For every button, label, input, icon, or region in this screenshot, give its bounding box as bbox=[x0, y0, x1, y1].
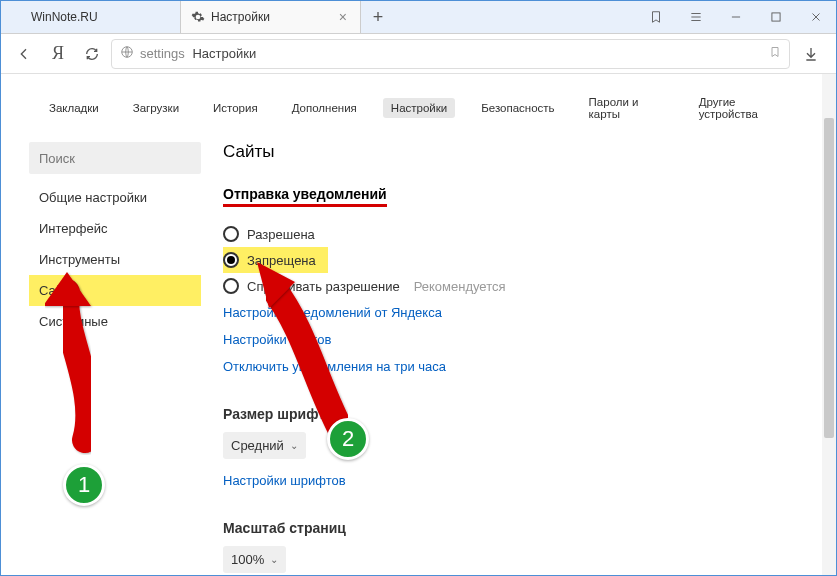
topnav-bookmarks[interactable]: Закладки bbox=[41, 98, 107, 118]
settings-sidebar: Поиск Общие настройки Интерфейс Инструме… bbox=[29, 142, 201, 573]
sidebar-item-sites[interactable]: Сайты bbox=[29, 275, 201, 306]
title-bar: WinNote.RU Настройки × + bbox=[1, 1, 836, 34]
font-title: Размер шрифта bbox=[223, 406, 792, 422]
menu-icon[interactable] bbox=[676, 1, 716, 34]
yandex-home-button[interactable]: Я bbox=[43, 39, 73, 69]
page-title: Сайты bbox=[223, 142, 792, 162]
zoom-select[interactable]: 100% ⌄ bbox=[223, 546, 286, 573]
sidebar-item-interface[interactable]: Интерфейс bbox=[29, 213, 201, 244]
topnav-settings[interactable]: Настройки bbox=[383, 98, 455, 118]
chevron-down-icon: ⌄ bbox=[290, 440, 298, 451]
browser-tab-winnote[interactable]: WinNote.RU bbox=[1, 1, 181, 33]
zoom-title: Масштаб страниц bbox=[223, 520, 792, 536]
window-actions bbox=[636, 1, 836, 33]
new-tab-button[interactable]: + bbox=[361, 1, 395, 33]
svg-rect-0 bbox=[772, 13, 780, 21]
notifications-title: Отправка уведомлений bbox=[223, 186, 387, 207]
radio-label: Запрещена bbox=[247, 253, 316, 268]
back-button[interactable] bbox=[9, 39, 39, 69]
settings-main: Сайты Отправка уведомлений Разрешена Зап… bbox=[223, 142, 808, 573]
link-disable-3h[interactable]: Отключить уведомления на три часа bbox=[223, 353, 792, 380]
link-font-settings[interactable]: Настройки шрифтов bbox=[223, 467, 792, 494]
reader-icon[interactable] bbox=[636, 1, 676, 34]
close-window-button[interactable] bbox=[796, 1, 836, 34]
chevron-down-icon: ⌄ bbox=[270, 554, 278, 565]
radio-icon bbox=[223, 252, 239, 268]
radio-label: Спрашивать разрешение bbox=[247, 279, 400, 294]
radio-ask[interactable]: Спрашивать разрешение Рекомендуется bbox=[223, 273, 792, 299]
browser-toolbar: Я settings Настройки bbox=[1, 34, 836, 74]
font-section: Размер шрифта Средний ⌄ Настройки шрифто… bbox=[223, 406, 792, 494]
link-site-settings[interactable]: Настройки сайтов bbox=[223, 326, 792, 353]
tab-title: WinNote.RU bbox=[31, 10, 98, 24]
vertical-scrollbar[interactable] bbox=[822, 74, 836, 575]
recommended-hint: Рекомендуется bbox=[414, 279, 506, 294]
sidebar-item-tools[interactable]: Инструменты bbox=[29, 244, 201, 275]
browser-tab-settings[interactable]: Настройки × bbox=[181, 1, 361, 33]
windows-icon bbox=[11, 10, 25, 24]
radio-icon bbox=[223, 278, 239, 294]
notifications-section: Отправка уведомлений Разрешена Запрещена… bbox=[223, 186, 792, 380]
select-value: 100% bbox=[231, 552, 264, 567]
scroll-thumb[interactable] bbox=[824, 118, 834, 438]
radio-allowed[interactable]: Разрешена bbox=[223, 221, 792, 247]
settings-search-input[interactable]: Поиск bbox=[29, 142, 201, 174]
reload-button[interactable] bbox=[77, 39, 107, 69]
topnav-history[interactable]: История bbox=[205, 98, 266, 118]
topnav-addons[interactable]: Дополнения bbox=[284, 98, 365, 118]
settings-top-nav: Закладки Загрузки История Дополнения Нас… bbox=[1, 74, 836, 142]
page-content: Закладки Загрузки История Дополнения Нас… bbox=[1, 74, 836, 575]
radio-icon bbox=[223, 226, 239, 242]
minimize-button[interactable] bbox=[716, 1, 756, 34]
zoom-section: Масштаб страниц 100% ⌄ bbox=[223, 520, 792, 573]
globe-icon bbox=[120, 45, 134, 62]
radio-label: Разрешена bbox=[247, 227, 315, 242]
tab-title: Настройки bbox=[211, 10, 270, 24]
sidebar-item-general[interactable]: Общие настройки bbox=[29, 182, 201, 213]
radio-blocked[interactable]: Запрещена bbox=[223, 247, 328, 273]
bookmark-icon[interactable] bbox=[769, 45, 781, 62]
address-text: settings Настройки bbox=[140, 46, 256, 61]
select-value: Средний bbox=[231, 438, 284, 453]
topnav-downloads[interactable]: Загрузки bbox=[125, 98, 187, 118]
maximize-button[interactable] bbox=[756, 1, 796, 34]
gear-icon bbox=[191, 10, 205, 24]
topnav-security[interactable]: Безопасность bbox=[473, 98, 562, 118]
link-yandex-notif-settings[interactable]: Настройки уведомлений от Яндекса bbox=[223, 299, 792, 326]
topnav-passwords[interactable]: Пароли и карты bbox=[581, 92, 673, 124]
font-size-select[interactable]: Средний ⌄ bbox=[223, 432, 306, 459]
close-tab-icon[interactable]: × bbox=[336, 9, 350, 25]
downloads-button[interactable] bbox=[794, 46, 828, 62]
sidebar-item-system[interactable]: Системные bbox=[29, 306, 201, 337]
address-bar[interactable]: settings Настройки bbox=[111, 39, 790, 69]
topnav-devices[interactable]: Другие устройства bbox=[691, 92, 796, 124]
